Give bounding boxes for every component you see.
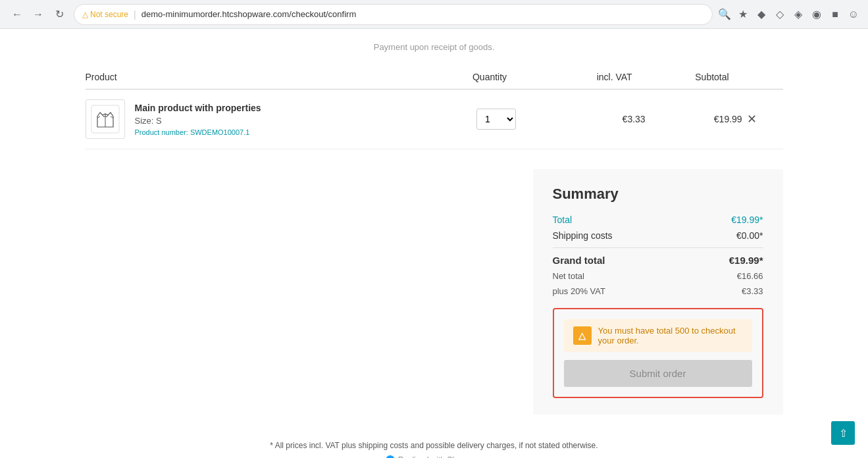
summary-grand-total-row: Grand total €19.99* [553, 255, 763, 266]
product-number: Product number: SWDEMO10007.1 [135, 128, 261, 136]
scroll-to-top-button[interactable]: ⇧ [831, 421, 855, 445]
extension-icon-1[interactable]: ◆ [755, 8, 768, 21]
bottom-section: Summary Total €19.99* Shipping costs €0.… [86, 169, 783, 415]
browser-chrome: ← → ↻ △ Not secure | demo-minimumorder.h… [0, 0, 868, 29]
checkout-section: △ You must have total 500 to checkout yo… [553, 308, 763, 398]
warning-icon: △ [573, 326, 592, 345]
reload-button[interactable]: ↻ [50, 5, 68, 24]
product-header: Product [86, 72, 447, 89]
bookmark-icon[interactable]: ★ [736, 8, 750, 21]
profile-icon[interactable]: ☺ [847, 8, 860, 21]
quantity-select[interactable]: 1 [476, 109, 516, 130]
footer-note: * All prices incl. VAT plus shipping cos… [86, 441, 783, 450]
shopware-credit: Realised with Shopware [86, 455, 783, 458]
warning-text: You must have total 500 to checkout your… [598, 326, 743, 345]
quantity-cell: 1 [447, 89, 546, 149]
product-details: Main product with properties Size: S Pro… [135, 103, 261, 136]
total-label: Total [553, 215, 573, 225]
forward-button[interactable]: → [29, 5, 47, 24]
shipping-value: €0.00* [736, 230, 763, 241]
vat-label: plus 20% VAT [553, 286, 605, 296]
summary-box: Summary Total €19.99* Shipping costs €0.… [533, 169, 783, 415]
warning-triangle-icon: △ [82, 10, 88, 19]
extension-icon-3[interactable]: ◈ [792, 8, 805, 21]
product-name: Main product with properties [135, 103, 261, 113]
quantity-header: Quantity [447, 72, 546, 89]
grand-total-label: Grand total [553, 255, 605, 266]
back-button[interactable]: ← [8, 5, 26, 24]
payment-note: Payment upon receipt of goods. [86, 42, 783, 52]
extension-icon-2[interactable]: ◇ [773, 8, 786, 21]
vat-value: €3.33 [742, 286, 763, 296]
summary-total-row: Total €19.99* [553, 215, 763, 225]
not-secure-indicator: △ Not secure [82, 10, 128, 19]
total-value: €19.99* [731, 215, 763, 225]
warning-message: △ You must have total 500 to checkout yo… [564, 319, 752, 352]
nav-buttons: ← → ↻ [8, 5, 68, 24]
search-icon[interactable]: 🔍 [718, 8, 731, 21]
address-bar[interactable]: △ Not secure | demo-minimumorder.htcshop… [74, 4, 713, 25]
extension-icon-5[interactable]: ■ [829, 8, 842, 21]
url-display: demo-minimumorder.htcshopware.com/checko… [141, 9, 704, 19]
net-total-label: Net total [553, 271, 584, 281]
vat-header: incl. VAT [545, 72, 645, 89]
jacket-svg [91, 105, 120, 134]
product-size: Size: S [135, 116, 261, 126]
shopware-logo-icon [386, 455, 395, 458]
summary-divider [553, 247, 763, 248]
cart-table: Product Quantity incl. VAT Subtotal [86, 72, 783, 149]
summary-net-row: Net total €16.66 [553, 271, 763, 281]
vat-cell: €3.33 [545, 89, 645, 149]
extension-icon-4[interactable]: ◉ [810, 8, 823, 21]
grand-total-value: €19.99* [729, 255, 763, 266]
subtotal-cell: €19.99 [646, 89, 742, 149]
shipping-label: Shipping costs [553, 230, 613, 241]
summary-vat-row: plus 20% VAT €3.33 [553, 286, 763, 296]
remove-item-button[interactable]: ✕ [742, 109, 762, 129]
chrome-toolbar-icons: 🔍 ★ ◆ ◇ ◈ ◉ ■ ☺ [718, 8, 860, 21]
product-image [86, 99, 125, 139]
summary-shipping-row: Shipping costs €0.00* [553, 230, 763, 241]
subtotal-header: Subtotal [646, 72, 742, 89]
product-cell: Main product with properties Size: S Pro… [86, 99, 447, 139]
page-footer: * All prices incl. VAT plus shipping cos… [86, 441, 783, 458]
table-row: Main product with properties Size: S Pro… [86, 89, 783, 149]
net-total-value: €16.66 [737, 271, 763, 281]
summary-title: Summary [553, 186, 763, 203]
page-content: Payment upon receipt of goods. Product Q… [72, 29, 796, 458]
submit-order-button[interactable]: Submit order [564, 360, 752, 387]
